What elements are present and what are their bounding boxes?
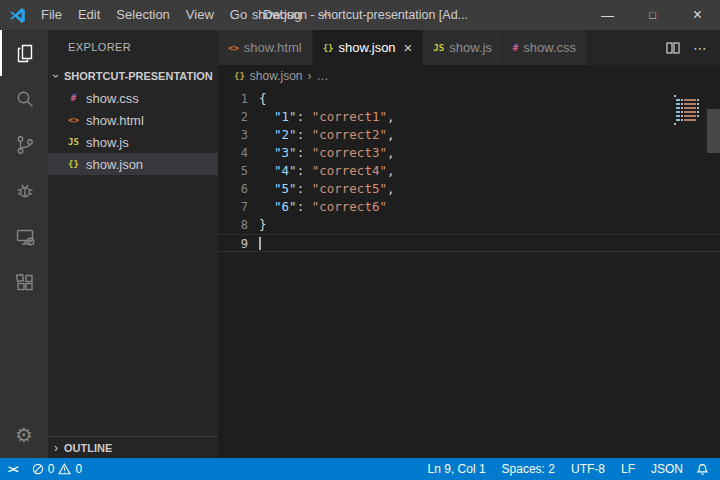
tabs: <>show.html{}show.json×JSshow.js#show.cs… bbox=[218, 30, 587, 65]
folder-section-header[interactable]: › SHORTCUT-PRESENTATION bbox=[48, 65, 218, 87]
line-content: "6": "correct6" bbox=[259, 198, 387, 216]
explorer-sidebar: EXPLORER › SHORTCUT-PRESENTATION #show.c… bbox=[48, 30, 218, 458]
remote-icon: >< bbox=[8, 464, 18, 475]
tab-show.html[interactable]: <>show.html bbox=[218, 30, 313, 65]
notifications-button[interactable] bbox=[691, 458, 720, 480]
menu-go[interactable]: Go bbox=[222, 0, 255, 30]
outline-label: OUTLINE bbox=[64, 442, 112, 454]
chevron-right-icon: › bbox=[308, 69, 312, 83]
breadcrumb-more[interactable]: … bbox=[317, 69, 329, 83]
menu-more[interactable]: ⋯ bbox=[309, 0, 338, 30]
line-content: } bbox=[259, 216, 267, 234]
code-line-9[interactable]: 9 bbox=[218, 234, 720, 252]
menu-edit[interactable]: Edit bbox=[70, 0, 108, 30]
split-editor-button[interactable] bbox=[665, 40, 681, 56]
status-spaces-2[interactable]: Spaces: 2 bbox=[494, 458, 563, 480]
tab-label: show.css bbox=[523, 40, 576, 55]
line-number: 9 bbox=[226, 235, 248, 251]
code-line-2[interactable]: 2 "1": "correct1", bbox=[218, 108, 720, 126]
line-content: "4": "correct4", bbox=[259, 162, 395, 180]
error-icon bbox=[32, 463, 44, 475]
tab-show.css[interactable]: #show.css bbox=[503, 30, 587, 65]
file-name: show.json bbox=[86, 157, 143, 172]
code-line-1[interactable]: 1{ bbox=[218, 90, 720, 108]
split-editor-icon bbox=[665, 40, 681, 56]
file-item-show.html[interactable]: <>show.html bbox=[48, 109, 218, 131]
status-ln-9-col-1[interactable]: Ln 9, Col 1 bbox=[420, 458, 494, 480]
code-line-8[interactable]: 8} bbox=[218, 216, 720, 234]
close-tab-icon[interactable]: × bbox=[404, 40, 413, 55]
activity-debug-button[interactable] bbox=[0, 168, 48, 214]
window-controls: — □ × bbox=[585, 0, 720, 30]
line-content: "2": "correct2", bbox=[259, 126, 395, 144]
json-file-icon: {} bbox=[323, 43, 334, 53]
status-lf[interactable]: LF bbox=[613, 458, 643, 480]
menu-view[interactable]: View bbox=[178, 0, 222, 30]
error-count: 0 bbox=[48, 462, 55, 476]
html-file-icon: <> bbox=[66, 115, 81, 125]
remote-indicator-button[interactable]: >< bbox=[0, 458, 26, 480]
minimap[interactable] bbox=[674, 92, 704, 128]
breadcrumb-file[interactable]: show.json bbox=[250, 69, 303, 83]
file-name: show.css bbox=[86, 91, 139, 106]
file-name: show.js bbox=[86, 135, 129, 150]
file-item-show.css[interactable]: #show.css bbox=[48, 87, 218, 109]
menu-selection[interactable]: Selection bbox=[108, 0, 177, 30]
close-button[interactable]: × bbox=[675, 0, 720, 30]
search-icon bbox=[13, 87, 37, 111]
folder-section-label: SHORTCUT-PRESENTATION bbox=[64, 70, 213, 82]
code-editor[interactable]: 1{2 "1": "correct1",3 "2": "correct2",4 … bbox=[218, 87, 720, 458]
vscode-window: FileEditSelectionViewGoDebug⋯ show.json … bbox=[0, 0, 720, 480]
warning-icon bbox=[58, 463, 71, 475]
bell-icon bbox=[696, 463, 709, 476]
problems-button[interactable]: 0 0 bbox=[26, 458, 88, 480]
status-json[interactable]: JSON bbox=[643, 458, 691, 480]
menu-file[interactable]: File bbox=[33, 0, 70, 30]
code-line-3[interactable]: 3 "2": "correct2", bbox=[218, 126, 720, 144]
outline-section-header[interactable]: › OUTLINE bbox=[48, 436, 218, 458]
file-item-show.js[interactable]: JSshow.js bbox=[48, 131, 218, 153]
status-utf-8[interactable]: UTF-8 bbox=[563, 458, 613, 480]
line-number: 1 bbox=[226, 90, 248, 108]
tab-bar: <>show.html{}show.json×JSshow.js#show.cs… bbox=[218, 30, 720, 65]
breadcrumb[interactable]: {} show.json › … bbox=[218, 65, 720, 87]
title-bar: FileEditSelectionViewGoDebug⋯ show.json … bbox=[0, 0, 720, 30]
scrollbar-thumb[interactable] bbox=[707, 109, 720, 153]
code-line-7[interactable]: 7 "6": "correct6" bbox=[218, 198, 720, 216]
extensions-icon bbox=[13, 271, 37, 295]
line-content: "1": "correct1", bbox=[259, 108, 395, 126]
html-file-icon: <> bbox=[228, 43, 239, 53]
minimize-button[interactable]: — bbox=[585, 0, 630, 30]
file-list: #show.css<>show.htmlJSshow.js{}show.json bbox=[48, 87, 218, 175]
activity-search-button[interactable] bbox=[0, 76, 48, 122]
activity-extensions-button[interactable] bbox=[0, 260, 48, 306]
chevron-down-icon: › bbox=[49, 68, 63, 84]
more-actions-button[interactable]: ⋯ bbox=[693, 40, 708, 56]
tab-show.json[interactable]: {}show.json× bbox=[313, 30, 424, 65]
activity-bar: ⚙ bbox=[0, 30, 48, 458]
line-number: 4 bbox=[226, 144, 248, 162]
tab-show.js[interactable]: JSshow.js bbox=[423, 30, 502, 65]
manage-gear-button[interactable]: ⚙ bbox=[0, 412, 48, 458]
line-number: 6 bbox=[226, 180, 248, 198]
gear-icon: ⚙ bbox=[15, 423, 33, 447]
line-number: 7 bbox=[226, 198, 248, 216]
debug-icon bbox=[13, 179, 37, 203]
activity-explorer-button[interactable] bbox=[0, 30, 48, 76]
menu-debug[interactable]: Debug bbox=[255, 0, 309, 30]
json-file-icon: {} bbox=[234, 71, 245, 81]
code-line-4[interactable]: 4 "3": "correct3", bbox=[218, 144, 720, 162]
vscode-logo-icon bbox=[9, 7, 26, 24]
code-line-5[interactable]: 5 "4": "correct4", bbox=[218, 162, 720, 180]
js-file-icon: JS bbox=[433, 43, 444, 53]
tab-actions: ⋯ bbox=[653, 30, 720, 65]
source-control-icon bbox=[13, 133, 37, 157]
tab-label: show.html bbox=[244, 40, 302, 55]
maximize-button[interactable]: □ bbox=[630, 0, 675, 30]
activity-source-control-button[interactable] bbox=[0, 122, 48, 168]
activity-remote-explorer-button[interactable] bbox=[0, 214, 48, 260]
status-left: >< 0 0 bbox=[0, 458, 88, 480]
file-item-show.json[interactable]: {}show.json bbox=[48, 153, 218, 175]
chevron-right-icon: › bbox=[48, 441, 64, 455]
code-line-6[interactable]: 6 "5": "correct5", bbox=[218, 180, 720, 198]
